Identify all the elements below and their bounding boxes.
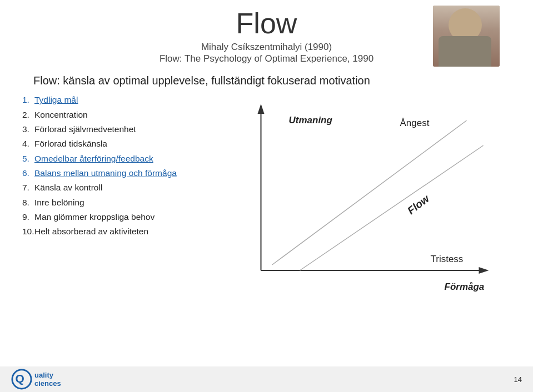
tagline: Flow: känsla av optimal upplevelse, full… [0,64,533,87]
svg-line-6 [272,120,467,265]
list-item: 1.Tydliga mål [22,93,211,107]
list-item: 9.Man glömmer kroppsliga behov [22,210,211,224]
list-section: 1.Tydliga mål2.Koncentration3.Förlorad s… [22,93,211,298]
svg-text:Ångest: Ångest [400,118,430,128]
logo-text: uality ciences [34,371,61,388]
author-line: Mihaly Csíkszentmihalyi (1990) [160,42,373,53]
logo-area: Q uality ciences [11,369,61,390]
page-title: Flow [160,8,373,39]
author-photo [433,6,500,67]
header-section: Flow Mihaly Csíkszentmihalyi (1990) Flow… [0,0,533,64]
svg-marker-1 [258,104,265,114]
list-item: 7.Känsla av kontroll [22,180,211,195]
characteristics-list: 1.Tydliga mål2.Koncentration3.Förlorad s… [22,93,211,239]
svg-text:Förmåga: Förmåga [445,282,485,292]
logo-line2: ciences [34,379,61,388]
svg-text:Tristess: Tristess [431,254,464,264]
list-item: 8.Inre belöning [22,195,211,210]
photo-inner [433,6,500,67]
logo-icon: Q [11,369,32,390]
svg-text:Utmaning: Utmaning [289,115,333,125]
list-item: 10.Helt absorberad av aktiviteten [22,224,211,239]
page-number: 14 [514,375,522,384]
header-text: Flow Mihaly Csíkszentmihalyi (1990) Flow… [160,8,373,64]
diagram-section: Utmaning Ångest Flow Tristess Förmåga [222,93,511,298]
list-item: 3.Förlorad självmedvetenhet [22,122,211,137]
bottom-bar: Q uality ciences 14 [0,366,533,392]
book-line: Flow: The Psychology of Optimal Experien… [160,53,373,64]
list-item: 5.Omedelbar återföring/feedback [22,152,211,166]
list-item: 2.Koncentration [22,108,211,122]
svg-marker-3 [479,267,489,274]
list-item: 4.Förlorad tidskänsla [22,137,211,151]
list-item: 6.Balans mellan utmaning och förmåga [22,166,211,180]
svg-line-7 [300,145,484,270]
svg-text:Q: Q [16,372,24,385]
flow-diagram: Utmaning Ångest Flow Tristess Förmåga [222,93,511,298]
main-content: 1.Tydliga mål2.Koncentration3.Förlorad s… [0,87,533,298]
logo-line1: uality [34,371,61,379]
